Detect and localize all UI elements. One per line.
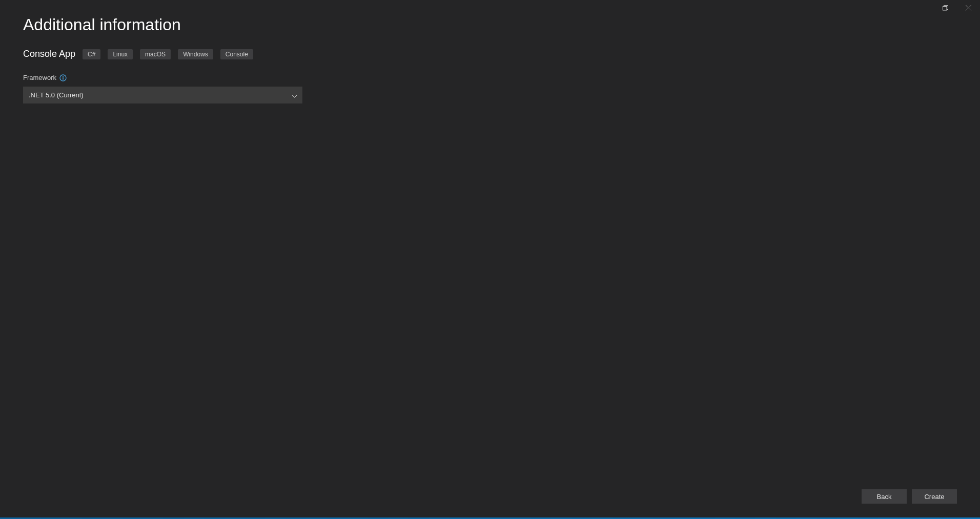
info-icon[interactable] (59, 74, 67, 81)
svg-rect-3 (63, 77, 64, 80)
footer-buttons: Back Create (862, 489, 957, 504)
content-area: Additional information Console App C# Li… (23, 15, 957, 473)
template-tag: C# (83, 49, 100, 59)
maximize-button[interactable] (934, 0, 957, 15)
framework-select[interactable]: .NET 5.0 (Current) (23, 87, 302, 103)
close-icon (966, 5, 971, 11)
page-title: Additional information (23, 15, 957, 34)
titlebar (934, 0, 980, 15)
template-tag: macOS (140, 49, 171, 59)
framework-label: Framework (23, 74, 56, 81)
svg-rect-0 (943, 6, 947, 10)
template-tag: Linux (108, 49, 133, 59)
template-info-row: Console App C# Linux macOS Windows Conso… (23, 49, 957, 59)
chevron-down-icon (292, 91, 297, 100)
template-tag: Console (220, 49, 253, 59)
close-button[interactable] (957, 0, 980, 15)
template-tag: Windows (178, 49, 213, 59)
framework-selected-value: .NET 5.0 (Current) (29, 91, 84, 99)
back-button[interactable]: Back (862, 489, 907, 504)
template-name: Console App (23, 49, 75, 59)
create-button[interactable]: Create (912, 489, 957, 504)
framework-label-row: Framework (23, 74, 957, 81)
info-icon-svg (59, 74, 67, 81)
svg-point-2 (63, 76, 64, 77)
maximize-icon (943, 5, 948, 11)
